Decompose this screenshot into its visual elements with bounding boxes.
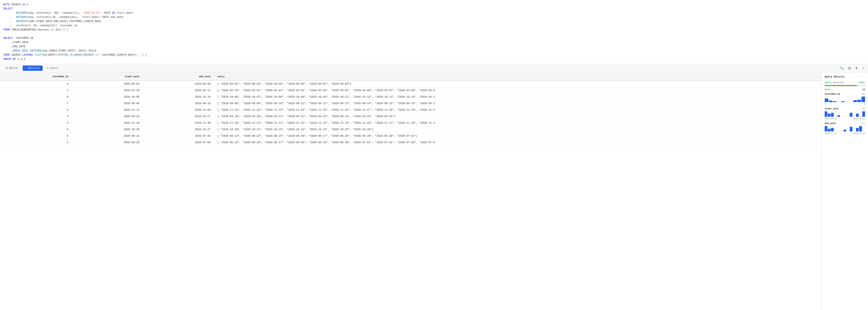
start-date-clock-icon: 🕐	[862, 107, 865, 110]
duration-label: Query duration	[825, 81, 844, 84]
code-line: SELECT	[3, 7, 865, 11]
mini-bar	[853, 131, 856, 132]
table-row[interactable]: 92020-11-212020-12-08[ "2020-11-21", "20…	[0, 107, 822, 113]
cell-voila: [ "2020-11-21", "2020-11-22", "2020-11-2…	[214, 107, 812, 113]
cell-end-date: 2020-04-27	[143, 113, 214, 120]
mini-bar	[862, 131, 865, 132]
mini-bar	[856, 128, 859, 132]
table-row[interactable]: 92020-11-202020-11-30[ "2020-11-20", "20…	[0, 120, 822, 127]
cell-end-date: 2020-08-09	[143, 81, 214, 88]
cell-start-date: 2020-06-23	[72, 133, 143, 139]
mini-bar	[853, 116, 856, 117]
column-more-btn[interactable]: ···	[815, 75, 820, 78]
cell-end-date: 2020-12-08	[143, 107, 214, 113]
results-icon: →	[26, 67, 27, 70]
cell-customer-id: 2	[0, 88, 72, 94]
code-line: ,ARRAY_AGG( DATEADD(day,INDEX,START_DATE…	[3, 49, 865, 53]
mini-bar	[857, 100, 861, 102]
table-row[interactable]: 62020-08-032020-08-09[ "2020-08-03", "20…	[0, 81, 822, 88]
end-date-clock-icon: 🕐	[862, 122, 865, 125]
table-row[interactable]: 82020-10-062020-10-24[ "2020-10-06", "20…	[0, 94, 822, 100]
query-details-panel: Query Details ··· Query duration 146ms R…	[822, 72, 868, 310]
cell-customer-id: 8	[0, 94, 72, 100]
cell-voila: [ "2020-02-29", "2020-03-01", "2020-03-0…	[214, 88, 812, 94]
results-table-area: CUSTOMER_ID START_DATE END_DATE VOILA ··…	[0, 72, 822, 310]
mini-bar	[859, 116, 862, 117]
cell-voila: [ "2020-06-25", "2020-06-26", "2020-06-2…	[214, 139, 812, 146]
end-date-section-label: END_DATE	[825, 122, 836, 125]
table-row[interactable]: 52020-06-252020-07-08[ "2020-06-25", "20…	[0, 139, 822, 146]
cell-start-date: 2020-10-06	[72, 94, 143, 100]
cell-end-date: 2020-11-30	[143, 120, 214, 127]
cell-voila: [ "2020-10-06", "2020-10-07", "2020-10-0…	[214, 94, 812, 100]
mini-bar	[840, 131, 843, 132]
cell-start-date: 2020-11-20	[72, 120, 143, 127]
cell-start-date: 2020-04-19	[72, 113, 143, 120]
mini-bar	[829, 101, 832, 102]
mini-bar	[831, 128, 834, 132]
expand-icon-btn[interactable]: ⤢	[861, 65, 866, 71]
cell-customer-id: 5	[0, 139, 72, 146]
chart-tab[interactable]: ∿ Chart	[43, 66, 61, 71]
cell-voila: [ "2020-04-19", "2020-04-20", "2020-04-2…	[214, 113, 812, 120]
code-line: ,START_DATE	[3, 40, 865, 44]
cell-start-date: 2020-08-03	[72, 81, 143, 88]
query-details-more[interactable]: ···	[859, 75, 865, 79]
cell-customer-id: 5	[0, 133, 72, 139]
customer-id-section-label: CUSTOMER_ID	[825, 93, 840, 95]
table-row[interactable]: 92020-10-202020-10-27[ "2020-10-20", "20…	[0, 127, 822, 133]
cell-end-date: 2020-07-02	[143, 133, 214, 139]
code-line: DATEADD(day, uniform(1, 365, random(12))…	[3, 11, 865, 15]
code-line: , DATEDIFF(DAY,START_DATE,END_DATE) CUST…	[3, 19, 865, 24]
editor-tab[interactable]: ☰ Editor	[2, 66, 22, 71]
col-header-customer-id: CUSTOMER_ID	[0, 72, 72, 81]
cell-end-date: 2020-07-08	[143, 139, 214, 146]
cell-customer-id: 6	[0, 81, 72, 88]
mini-bar	[837, 115, 840, 117]
code-line: , DATEADD(day, uniform(5,20, random(120)…	[3, 15, 865, 19]
cell-start-date: 2020-10-20	[72, 127, 143, 133]
editor-icon: ☰	[5, 67, 8, 70]
mini-bar	[828, 114, 831, 117]
chart-icon: ∿	[46, 67, 49, 70]
cell-end-date: 2020-10-27	[143, 127, 214, 133]
results-tab[interactable]: → Results	[23, 66, 43, 71]
cell-customer-id: 9	[0, 120, 72, 127]
mini-bar	[831, 113, 834, 117]
start-date-max: 2020-11-21	[853, 117, 865, 120]
mini-bar	[825, 111, 828, 117]
table-row[interactable]: 52020-06-232020-07-02[ "2020-06-23", "20…	[0, 133, 822, 139]
mini-bar	[828, 129, 831, 132]
rows-value: 10	[862, 88, 865, 91]
mini-bar	[853, 100, 857, 102]
start-date-min: 2020-02-29	[825, 117, 837, 120]
end-date-min: 2020-03-13	[825, 132, 837, 135]
rows-label: Rows	[825, 88, 830, 91]
cell-voila: [ "2020-08-08", "2020-08-09", "2020-08-1…	[214, 100, 812, 107]
code-line: ,END_DATE	[3, 44, 865, 49]
code-line: SELECT CUSTOMER_ID	[3, 36, 865, 40]
mini-bar	[825, 99, 828, 102]
search-icon-btn[interactable]: 🔍	[839, 65, 845, 71]
toolbar: ☰ Editor → Results ∿ Chart 🔍 ⊞ ⬇ ⤢	[0, 64, 868, 72]
mini-bar	[844, 116, 846, 117]
col-header-voila: VOILA	[214, 72, 812, 81]
code-line: GROUP BY 1,2,3	[3, 57, 865, 61]
code-line	[3, 32, 865, 36]
query-details-title: Query Details	[825, 75, 844, 78]
cell-voila: [ "2020-10-20", "2020-10-21", "2020-10-2…	[214, 127, 812, 133]
grid-icon-btn[interactable]: ⊞	[847, 65, 851, 71]
mini-bar	[837, 102, 840, 102]
start-date-section-label: START_DATE	[825, 107, 839, 110]
mini-bar	[849, 102, 852, 102]
download-icon-btn[interactable]: ⬇	[854, 65, 859, 71]
code-line: WITH SOURCE as (	[3, 2, 865, 7]
cell-start-date: 2020-11-21	[72, 107, 143, 113]
table-row[interactable]: 72020-08-082020-08-18[ "2020-08-08", "20…	[0, 100, 822, 107]
table-row[interactable]: 32020-04-192020-04-27[ "2020-04-19", "20…	[0, 113, 822, 120]
mini-bar	[850, 113, 852, 117]
col-header-end-date: END_DATE	[143, 72, 214, 81]
table-row[interactable]: 22020-02-292020-03-13[ "2020-02-29", "20…	[0, 88, 822, 94]
cell-start-date: 2020-08-08	[72, 100, 143, 107]
mini-bar	[840, 116, 843, 117]
